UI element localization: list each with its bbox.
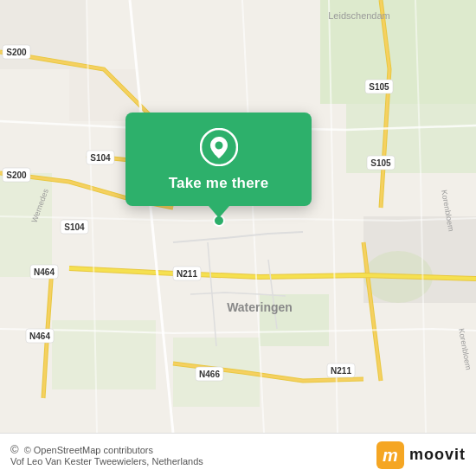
map-svg: Wateringen S200 S200 S104 S104 S105 S105… [0,0,476,433]
location-text: Vof Leo Van Kester Tweewielers, Netherla… [10,456,203,466]
svg-text:S105: S105 [370,158,391,168]
svg-rect-2 [346,104,476,173]
svg-point-40 [215,142,222,150]
attribution-area: © © OpenStreetMap contributors Vof Leo V… [10,443,203,466]
svg-text:S104: S104 [90,153,111,163]
svg-text:Leidschendam: Leidschendam [328,10,390,21]
bottom-bar: © © OpenStreetMap contributors Vof Leo V… [0,433,476,476]
take-me-there-button[interactable]: Take me there [169,175,269,192]
popup-card: Take me there [125,113,312,206]
map-container: Wateringen S200 S200 S104 S104 S105 S105… [0,0,476,433]
svg-text:S200: S200 [6,48,27,57]
svg-text:S105: S105 [369,82,389,92]
copyright-symbol: © [10,443,19,456]
svg-text:N464: N464 [29,331,50,341]
moovit-text: moovit [409,446,466,464]
svg-text:N211: N211 [177,269,197,279]
svg-text:S200: S200 [6,170,27,180]
svg-text:N211: N211 [331,366,351,376]
svg-text:N466: N466 [199,370,220,379]
svg-text:Wateringen: Wateringen [227,300,293,314]
attribution-text: © OpenStreetMap contributors [24,445,153,455]
svg-text:S104: S104 [64,222,85,232]
svg-rect-8 [363,216,476,303]
svg-text:N464: N464 [34,267,55,277]
moovit-icon: m [376,441,404,469]
svg-text:m: m [383,446,398,465]
location-pin-icon [200,128,238,166]
moovit-logo: m moovit [376,441,466,469]
